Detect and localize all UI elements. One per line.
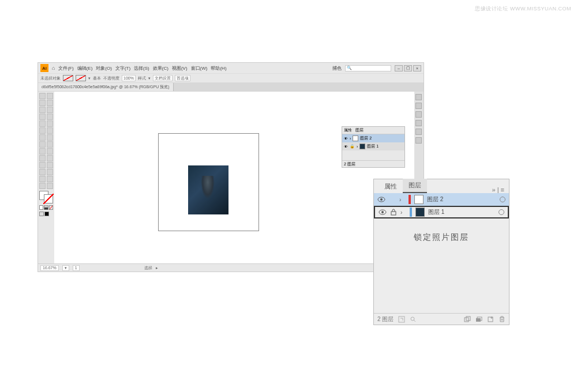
menu-effect[interactable]: 效果(C) [153,65,168,71]
layer-name[interactable]: 图层 2 [427,195,443,203]
dock-icon[interactable] [415,94,422,100]
essential-label[interactable]: 捕色 [332,65,342,71]
prefs-button[interactable]: 首选项 [175,75,190,81]
new-layer-icon[interactable] [487,316,494,323]
menu-view[interactable]: 视图(V) [172,65,188,71]
style-label[interactable]: 样式 [138,76,146,81]
width-tool[interactable] [47,134,53,141]
rect-tool[interactable] [47,114,53,120]
free-transform-tool[interactable] [39,141,46,148]
hand-tool[interactable] [47,176,53,182]
pencil-tool[interactable] [47,120,53,127]
placed-image[interactable] [188,165,228,214]
expand-icon[interactable]: › [399,197,405,203]
shape-builder-tool[interactable] [47,141,53,148]
zoom-level[interactable]: 100% [122,75,136,81]
export-icon[interactable] [398,316,405,323]
panel-menu-icon[interactable]: » | ≡ [492,186,504,193]
eyedropper-tool[interactable] [47,155,53,161]
layer-row[interactable]: › 图层 1 [374,206,509,218]
direct-select-tool[interactable] [47,93,53,99]
dock-icon[interactable] [415,137,422,144]
target-icon[interactable] [499,209,504,215]
close-button[interactable]: × [413,65,421,71]
slice-tool[interactable] [39,176,46,182]
none-mode-icon[interactable] [49,205,53,210]
target-icon[interactable] [500,197,505,202]
menu-window[interactable]: 窗口(W) [191,65,208,71]
delete-icon[interactable] [499,316,505,323]
blend-tool[interactable] [39,162,46,168]
rotate-tool[interactable] [47,127,53,134]
selection-tool[interactable] [39,93,46,99]
fill-none-icon[interactable] [63,75,73,81]
mini-tab-props[interactable]: 属性 [344,127,352,133]
menu-help[interactable]: 帮助(H) [211,65,226,71]
make-clip-icon[interactable] [464,316,471,323]
search-input[interactable]: 🔍 [345,65,391,71]
layer-name[interactable]: 图层 1 [428,208,444,216]
lasso-tool[interactable] [47,100,53,106]
pen-tool[interactable] [39,107,46,113]
layer-row[interactable]: › 图层 2 [374,193,509,206]
visibility-icon[interactable] [379,208,387,216]
menu-select[interactable]: 选择(S) [134,65,149,71]
draw-mode-icon[interactable] [44,212,49,216]
mini-layer-row[interactable]: 👁🔒›图层 1 [342,142,404,150]
fill-stroke-swatch[interactable] [39,191,53,203]
doc-setup-button[interactable]: 文档设置 [153,75,173,81]
gradient-tool[interactable] [39,155,46,161]
toolbox [38,92,54,263]
locate-icon[interactable] [410,316,417,323]
mesh-tool[interactable] [47,148,53,154]
stroke-basic[interactable]: 基本 [93,76,101,81]
maximize-button[interactable]: ▢ [404,65,412,71]
mini-tab-layers[interactable]: 图层 [355,127,364,133]
layer-thumbnail [415,208,425,217]
dock-icon[interactable] [415,120,422,126]
no-selection-label: 未选择对象 [40,76,61,81]
svg-rect-10 [476,318,481,322]
mini-footer: 2 图层 [342,160,404,167]
gradient-mode-icon[interactable] [44,205,48,210]
color-mode-icon[interactable] [39,205,43,210]
canvas[interactable]: 属性图层 👁›图层 2 👁🔒›图层 1 2 图层 [54,92,414,263]
symbol-tool[interactable] [47,162,53,168]
eraser-tool[interactable] [39,127,46,134]
menu-type[interactable]: 文字(T) [115,65,130,71]
new-sublayer-icon[interactable] [475,316,482,323]
visibility-icon[interactable] [377,195,385,203]
lock-icon[interactable] [390,209,397,216]
svg-rect-4 [391,212,396,215]
stroke-none-icon[interactable] [76,75,86,81]
home-icon[interactable]: ⌂ [52,65,55,71]
menu-object[interactable]: 对象(O) [96,65,112,71]
status-bar: 16.67% ▾ 1 选择 ▸ [38,263,424,272]
mini-layer-row[interactable]: 👁›图层 2 [342,134,404,142]
line-tool[interactable] [39,114,46,120]
perspective-tool[interactable] [39,148,46,154]
minimize-button[interactable]: – [395,65,403,71]
tool-extra[interactable] [47,183,53,189]
tab-layers[interactable]: 图层 [403,179,427,193]
dock-icon[interactable] [415,103,422,109]
dock-icon[interactable] [415,129,422,135]
type-tool[interactable] [47,107,53,113]
graph-tool[interactable] [39,169,46,175]
tab-properties[interactable]: 属性 [379,180,403,193]
menu-file[interactable]: 文件(F) [58,65,73,71]
menu-edit[interactable]: 编辑(E) [77,65,93,71]
status-zoom[interactable]: 16.67% [40,265,59,271]
expand-icon[interactable]: › [400,209,406,216]
zoom-tool[interactable] [39,183,46,189]
dock-icon[interactable] [415,111,422,118]
magic-wand-tool[interactable] [39,100,46,106]
brush-tool[interactable] [39,120,46,127]
illustrator-window: Ai ⌂ 文件(F) 编辑(E) 对象(O) 文字(T) 选择(S) 效果(C)… [38,62,424,272]
artboard-tool[interactable] [47,169,53,175]
watermark: 思缘设计论坛WWW.MISSYUAN.COM [473,5,571,13]
scale-tool[interactable] [39,134,46,141]
layers-panel: 属性 图层 » | ≡ › 图层 2 › 图层 1 锁定照片图层 2 图层 [373,179,509,325]
screen-mode-icon[interactable] [39,212,44,216]
document-tab[interactable]: d6df5e5f5062cd17800c4e5e5a69f06a.jpg* @ … [38,83,174,91]
